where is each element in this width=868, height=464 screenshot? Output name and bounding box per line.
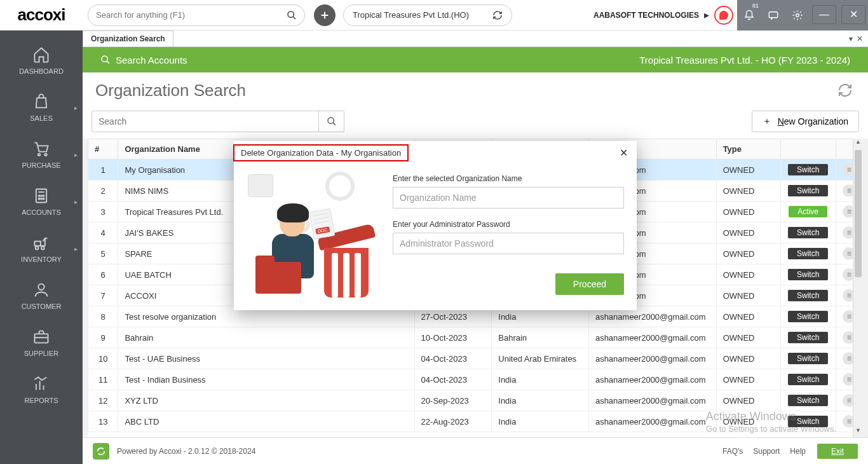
nav-purchase[interactable]: PURCHASE▸ (0, 131, 83, 178)
nav-inventory[interactable]: INVENTORY▸ (0, 225, 83, 272)
switch-button[interactable]: Switch (788, 332, 828, 343)
scroll-thumb[interactable] (855, 150, 862, 277)
sync-icon[interactable] (492, 10, 503, 20)
cell-type: OWNED (716, 285, 780, 306)
tab-dropdown-icon[interactable]: ▾ (849, 34, 853, 43)
nav-customer[interactable]: CUSTOMER (0, 272, 83, 319)
plus-icon: ＋ (763, 116, 771, 127)
svg-line-28 (333, 123, 336, 125)
cell-type: OWNED (716, 201, 780, 222)
table-search[interactable] (92, 111, 344, 132)
switch-button[interactable]: Switch (788, 227, 828, 238)
add-button[interactable] (314, 4, 336, 26)
footer-links: FAQ's Support Help (722, 447, 806, 456)
svg-point-6 (38, 154, 41, 156)
svg-point-5 (796, 13, 799, 17)
refresh-button[interactable] (835, 80, 855, 100)
cell-type: OWNED (716, 348, 780, 369)
nav-sales[interactable]: SALES▸ (0, 84, 83, 131)
global-search-input[interactable] (96, 10, 287, 20)
modal-header: Delete Organization Data - My Organisati… (234, 141, 637, 164)
bell-icon[interactable]: 81 (737, 0, 761, 31)
modal-close-button[interactable]: ✕ (611, 147, 637, 159)
cell-num: 9 (88, 327, 118, 348)
svg-point-15 (43, 198, 44, 200)
svg-point-27 (328, 118, 334, 123)
org-name-input[interactable] (393, 187, 624, 208)
table-search-button[interactable] (318, 111, 344, 132)
scroll-down-icon[interactable]: ▼ (853, 427, 863, 437)
top-right: AABASOFT TECHNOLOGIES ▸ 81 — ✕ (593, 0, 868, 31)
nav-dashboard[interactable]: DASHBOARD (0, 37, 83, 84)
admin-pwd-input[interactable] (393, 233, 624, 254)
col-num[interactable]: # (88, 139, 118, 160)
nav-supplier[interactable]: SUPPLIER (0, 319, 83, 366)
proceed-button[interactable]: Proceed (555, 273, 624, 295)
calculator-icon (32, 187, 50, 205)
chevron-right-icon[interactable]: ▸ (704, 9, 709, 21)
avatar[interactable] (714, 6, 733, 25)
active-badge[interactable]: Active (789, 206, 827, 217)
nav-reports[interactable]: REPORTS (0, 366, 83, 413)
global-search[interactable] (88, 4, 305, 26)
switch-button[interactable]: Switch (788, 374, 828, 385)
cell-type: OWNED (716, 306, 780, 327)
search-icon[interactable] (287, 10, 297, 20)
admin-pwd-label: Enter your Administrator Password (393, 220, 624, 229)
switch-button[interactable]: Switch (788, 248, 828, 259)
svg-point-12 (43, 195, 44, 196)
cell-num: 10 (88, 348, 118, 369)
col-type[interactable]: Type (716, 139, 780, 160)
cell-country: India (492, 411, 589, 432)
nav-accounts[interactable]: ACCOUNTS▸ (0, 178, 83, 225)
cell-country: India (492, 390, 589, 411)
exit-button[interactable]: Exit (817, 444, 858, 459)
org-name-label: Enter the selected Organization Name (393, 174, 624, 183)
support-link[interactable]: Support (753, 447, 780, 456)
switch-button[interactable]: Switch (788, 353, 828, 364)
cell-name: Test - Indian Business (118, 369, 414, 390)
switch-button[interactable]: Switch (788, 416, 828, 427)
briefcase-icon (32, 328, 50, 346)
cell-email: ashanameer2000@gmail.com (588, 369, 716, 390)
sidebar: DASHBOARD SALES▸ PURCHASE▸ ACCOUNTS▸ INV… (0, 31, 83, 464)
cell-type: OWNED (716, 243, 780, 264)
minimize-button[interactable]: — (812, 5, 836, 24)
table-row[interactable]: 9Bahrain10-Oct-2023Bahrainashanameer2000… (88, 327, 863, 348)
switch-button[interactable]: Switch (788, 164, 828, 175)
cell-email: ashanameer2000@gmail.com (588, 390, 716, 411)
table-row[interactable]: 13ABC LTD22-Aug-2023Indiaashanameer2000@… (88, 411, 863, 432)
org-selector[interactable]: Tropical Treasures Pvt Ltd.(HO) (343, 4, 512, 26)
svg-line-26 (107, 61, 109, 64)
cell-num: 6 (88, 264, 118, 285)
new-organization-button[interactable]: ＋ New Organization (752, 111, 859, 132)
gear-icon[interactable] (785, 0, 810, 31)
top-icon-group: 81 (737, 0, 810, 31)
switch-button[interactable]: Switch (788, 290, 828, 301)
footer-logo-icon (93, 443, 109, 460)
chat-icon[interactable] (761, 0, 785, 31)
close-window-button[interactable]: ✕ (841, 5, 865, 24)
table-row[interactable]: 10Test - UAE Business04-Oct-2023United A… (88, 348, 863, 369)
scroll-up-icon[interactable]: ▲ (853, 139, 863, 149)
svg-point-0 (288, 11, 294, 17)
table-search-input[interactable] (92, 116, 318, 126)
table-row[interactable]: 12XYZ LTD20-Sep-2023Indiaashanameer2000@… (88, 390, 863, 411)
svg-rect-4 (769, 11, 778, 17)
cell-num: 5 (88, 243, 118, 264)
delete-org-modal: Delete Organization Data - My Organisati… (234, 141, 637, 310)
tab-close-icon[interactable]: ✕ (857, 34, 863, 43)
switch-button[interactable]: Switch (788, 311, 828, 322)
faqs-link[interactable]: FAQ's (722, 447, 743, 456)
vertical-scrollbar[interactable]: ▲ ▼ (853, 139, 863, 437)
help-link[interactable]: Help (790, 447, 806, 456)
switch-button[interactable]: Switch (788, 185, 828, 196)
search-accounts-label[interactable]: Search Accounts (116, 55, 187, 65)
powered-by: Powered by Accoxi - 2.0.12 © 2018-2024 (117, 447, 255, 456)
switch-button[interactable]: Switch (788, 269, 828, 280)
cell-date: 20-Sep-2023 (414, 390, 492, 411)
table-row[interactable]: 11Test - Indian Business04-Oct-2023India… (88, 369, 863, 390)
tab-org-search[interactable]: Organization Search (83, 31, 173, 46)
switch-button[interactable]: Switch (788, 395, 828, 406)
cell-num: 7 (88, 285, 118, 306)
